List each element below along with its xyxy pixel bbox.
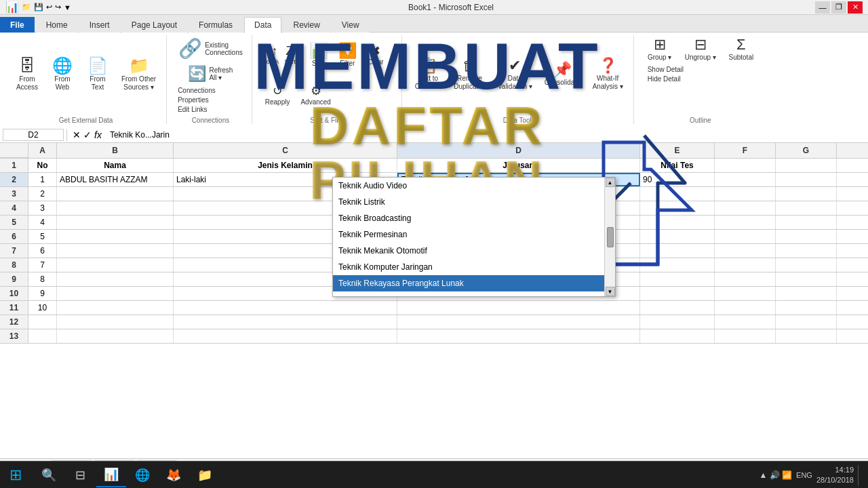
cell-a3[interactable]: 2 — [28, 187, 57, 201]
show-desktop-button[interactable] — [858, 465, 861, 485]
cell-f2[interactable] — [715, 173, 776, 186]
cell-c13[interactable] — [174, 329, 397, 343]
clear-button[interactable]: ✖ Clear — [363, 43, 389, 68]
cell-a1[interactable]: No — [28, 159, 57, 172]
row-header-3[interactable]: 3 — [0, 187, 28, 201]
cell-b2[interactable]: ABDUL BASITH AZZAM — [57, 173, 174, 186]
row-header-12[interactable]: 12 — [0, 315, 28, 329]
cell-b1[interactable]: Nama — [57, 159, 174, 172]
cell-g10[interactable] — [776, 287, 837, 300]
dropdown-item-5[interactable]: Teknik Mekanik Otomotif — [333, 243, 615, 259]
cell-b11[interactable] — [57, 301, 174, 314]
cell-a11[interactable]: 10 — [28, 301, 57, 314]
cell-g7[interactable] — [776, 244, 837, 258]
from-other-sources-button[interactable]: 📁 From OtherSources ▾ — [117, 56, 161, 94]
row-header-10[interactable]: 10 — [0, 287, 28, 300]
select-all-button[interactable] — [0, 143, 28, 158]
cell-a6[interactable]: 5 — [28, 230, 57, 243]
hide-detail-button[interactable]: Hide Detail — [645, 75, 686, 83]
from-text-button[interactable]: 📄 FromText — [81, 56, 114, 94]
cell-a10[interactable]: 9 — [28, 287, 57, 300]
tab-review[interactable]: Review — [283, 17, 330, 33]
scroll-down-button[interactable]: ▼ — [606, 287, 615, 296]
cell-b10[interactable] — [57, 287, 174, 300]
scroll-up-button[interactable]: ▲ — [606, 178, 615, 187]
cell-f13[interactable] — [715, 329, 776, 343]
row-header-11[interactable]: 11 — [0, 301, 28, 314]
folder-taskbar-button[interactable]: 📁 — [190, 463, 220, 487]
tab-home[interactable]: Home — [36, 17, 78, 33]
cell-g13[interactable] — [776, 329, 837, 343]
cell-a5[interactable]: 4 — [28, 216, 57, 229]
dropdown-item-4[interactable]: Teknik Permesinan — [333, 226, 615, 243]
row-header-13[interactable]: 13 — [0, 329, 28, 343]
dropdown-item-1[interactable]: Teknik Audio Video — [333, 178, 615, 194]
what-if-analysis-button[interactable]: ❓ What-IfAnalysis ▾ — [588, 56, 628, 93]
cell-g3[interactable] — [776, 187, 837, 201]
filter-button[interactable]: 🔽 Filter — [334, 41, 361, 70]
connections-button[interactable]: Connections — [175, 86, 246, 95]
cell-a12[interactable] — [28, 315, 57, 329]
maximize-button[interactable]: ❐ — [831, 1, 846, 14]
cell-a2[interactable]: 1 — [28, 173, 57, 186]
tab-view[interactable]: View — [332, 17, 370, 33]
cell-b9[interactable] — [57, 272, 174, 286]
cell-a9[interactable]: 8 — [28, 272, 57, 286]
remove-duplicates-button[interactable]: 🗑 RemoveDuplicates — [449, 56, 490, 93]
edge-taskbar-button[interactable]: 🌐 — [127, 463, 157, 487]
tab-data[interactable]: Data — [244, 17, 281, 33]
cell-b5[interactable] — [57, 216, 174, 229]
cell-b3[interactable] — [57, 187, 174, 201]
cell-g4[interactable] — [776, 201, 837, 215]
tab-formulas[interactable]: Formulas — [189, 17, 243, 33]
cell-g8[interactable] — [776, 258, 837, 272]
row-header-7[interactable]: 7 — [0, 244, 28, 258]
cell-f11[interactable] — [715, 301, 776, 314]
row-header-5[interactable]: 5 — [0, 216, 28, 229]
language-indicator[interactable]: ENG — [796, 471, 812, 479]
cell-g2[interactable] — [776, 173, 837, 186]
confirm-formula-icon[interactable]: ✓ — [83, 129, 92, 140]
show-detail-button[interactable]: Show Detail — [645, 65, 686, 74]
cell-b8[interactable] — [57, 258, 174, 272]
existing-connections-button[interactable]: 🔗 ExistingConnections — [175, 35, 246, 62]
time-display[interactable]: 14:19 28/10/2018 — [816, 465, 854, 485]
cell-f9[interactable] — [715, 272, 776, 286]
col-header-a[interactable]: A — [28, 143, 57, 158]
dropdown-scrollbar[interactable]: ▲ ▼ — [604, 178, 615, 296]
cell-e12[interactable] — [640, 315, 715, 329]
col-header-b[interactable]: B — [57, 143, 174, 158]
cell-f8[interactable] — [715, 258, 776, 272]
cell-g12[interactable] — [776, 315, 837, 329]
cell-f4[interactable] — [715, 201, 776, 215]
excel-taskbar-button[interactable]: 📊 — [96, 463, 126, 487]
dropdown-item-2[interactable]: Teknik Listrik — [333, 194, 615, 210]
ungroup-button[interactable]: ⊟ Ungroup ▾ — [680, 35, 721, 64]
cell-f10[interactable] — [715, 287, 776, 300]
search-taskbar-button[interactable]: 🔍 — [34, 463, 64, 487]
formula-input[interactable]: Teknik Ko...Jarin — [107, 129, 865, 141]
cell-b6[interactable] — [57, 230, 174, 243]
cell-f3[interactable] — [715, 187, 776, 201]
taskview-button[interactable]: ⊟ — [65, 463, 95, 487]
sort-ascending-button[interactable]: A↑ Sort A — [260, 43, 281, 68]
close-button[interactable]: ✕ — [848, 1, 863, 14]
cell-b13[interactable] — [57, 329, 174, 343]
cell-d13[interactable] — [397, 329, 640, 343]
dropdown-item-6[interactable]: Teknik Komputer Jaringan — [333, 259, 615, 275]
dropdown-item-8[interactable]: Teknik Mekatronika — [333, 291, 615, 296]
cell-b4[interactable] — [57, 201, 174, 215]
from-access-button[interactable]: 🗄 FromAccess — [11, 56, 43, 94]
cell-g5[interactable] — [776, 216, 837, 229]
text-to-columns-button[interactable]: 📋 Text toColumns — [410, 56, 446, 93]
consolidate-button[interactable]: 📌 Consolidate — [540, 60, 585, 89]
cell-reference-box[interactable]: D2 — [3, 129, 64, 141]
cell-d12[interactable] — [397, 315, 640, 329]
row-header-6[interactable]: 6 — [0, 230, 28, 243]
minimize-button[interactable]: — — [815, 1, 830, 14]
cell-a4[interactable]: 3 — [28, 201, 57, 215]
row-header-1[interactable]: 1 — [0, 159, 28, 172]
data-validation-button[interactable]: ✔ DataValidation ▾ — [493, 56, 537, 93]
subtotal-button[interactable]: Σ Subtotal — [724, 35, 759, 64]
tab-page-layout[interactable]: Page Layout — [121, 17, 187, 33]
